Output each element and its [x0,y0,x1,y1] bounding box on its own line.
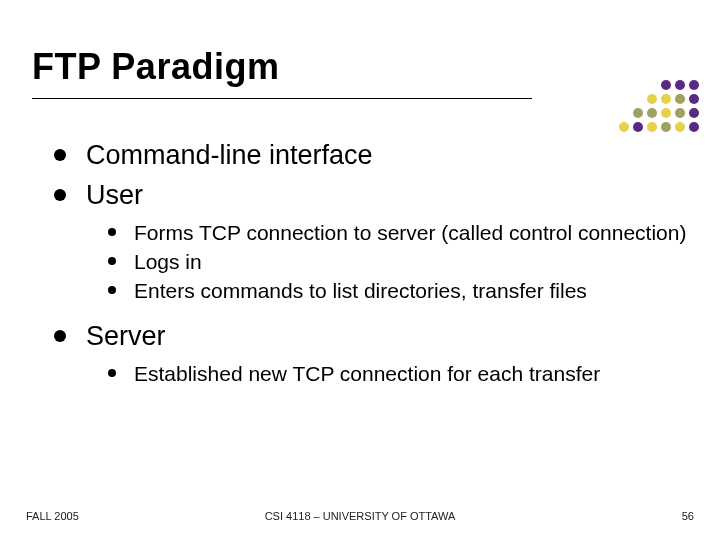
list-item: Forms TCP connection to server (called c… [108,219,688,246]
list-item: Established new TCP connection for each … [108,360,688,387]
decor-dot [661,94,671,104]
slide-content: Command-line interface User Forms TCP co… [32,139,688,397]
decor-dot [675,122,685,132]
corner-decoration [605,80,700,133]
decor-dot [661,108,671,118]
title-area: FTP Paradigm [32,46,688,99]
slide-footer: FALL 2005 CSI 4118 – UNIVERSITY OF OTTAW… [0,510,720,522]
decor-dot [689,108,699,118]
decor-dot [647,122,657,132]
list-item: Enters commands to list directories, tra… [108,277,688,304]
list-item: Server Established new TCP connection fo… [54,320,688,397]
bullet-icon [108,228,116,236]
decor-dot [689,94,699,104]
bullet-text: User [86,179,688,213]
decor-dot [661,122,671,132]
bullet-icon [108,369,116,377]
list-item: User Forms TCP connection to server (cal… [54,179,688,315]
bullet-icon [54,189,66,201]
bullet-text: Server [86,320,688,354]
bullet-text: Command-line interface [86,139,688,173]
decor-dot [633,108,643,118]
decor-dot [689,122,699,132]
footer-center: CSI 4118 – UNIVERSITY OF OTTAWA [265,510,456,522]
sub-bullet-text: Forms TCP connection to server (called c… [134,219,686,246]
decor-dot [675,94,685,104]
decor-dot [647,108,657,118]
decor-dot [619,122,629,132]
decor-dot [633,122,643,132]
sub-bullet-list: Established new TCP connection for each … [108,360,688,387]
list-item: Command-line interface [54,139,688,173]
footer-left: FALL 2005 [26,510,79,522]
decor-dot [661,80,671,90]
title-underline [32,98,532,99]
decor-dot [689,80,699,90]
list-item: Logs in [108,248,688,275]
bullet-icon [54,149,66,161]
decor-dot [675,80,685,90]
slide: FTP Paradigm Command-line interface User… [0,0,720,540]
bullet-icon [108,286,116,294]
sub-bullet-text: Enters commands to list directories, tra… [134,277,587,304]
bullet-icon [108,257,116,265]
footer-page-number: 56 [682,510,694,522]
bullet-list: Command-line interface User Forms TCP co… [54,139,688,397]
decor-dot [647,94,657,104]
bullet-icon [54,330,66,342]
sub-bullet-list: Forms TCP connection to server (called c… [108,219,688,305]
sub-bullet-text: Established new TCP connection for each … [134,360,600,387]
sub-bullet-text: Logs in [134,248,202,275]
slide-title: FTP Paradigm [32,46,688,88]
decor-dot [675,108,685,118]
